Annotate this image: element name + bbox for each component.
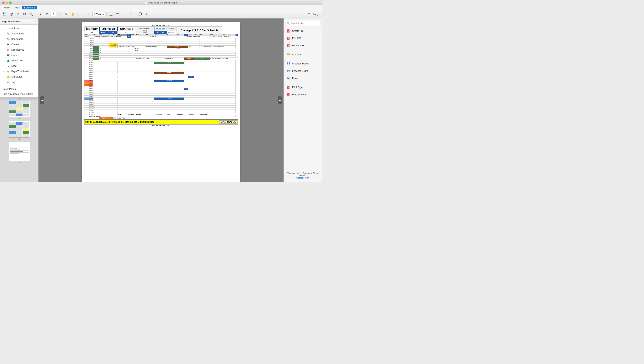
thumb-content-3	[9, 101, 30, 117]
fit-page-button[interactable]	[108, 11, 114, 17]
protect-tool[interactable]: Protect	[284, 75, 321, 82]
thumb-image-4	[9, 121, 30, 138]
window-title: 📄 2017 08 21 Sim Schedules.pdf	[145, 1, 177, 4]
menu-item-order[interactable]: ≡ Order	[0, 63, 38, 69]
fullscreen-button[interactable]: ⛶	[121, 11, 127, 17]
pdf-viewer[interactable]: ◀ email UNCLASSIFIED Monday 2017 08 21 C…	[38, 18, 284, 182]
svg-rect-11	[287, 64, 288, 65]
comment-tool[interactable]: Comment	[284, 51, 321, 58]
date-stamp: 18 Aug 2017 14:31	[219, 120, 237, 124]
destinations-icon: ⊞	[7, 48, 10, 51]
help-button[interactable]: ?	[306, 11, 312, 17]
order-icon: ≡	[7, 64, 10, 68]
separator-right-1	[285, 50, 320, 50]
time-open: OPEN	[84, 36, 93, 38]
menu-item-page-thumbnails[interactable]: ✓ ⊡ Page Thumbnails	[0, 69, 38, 74]
menu-item-bookmarks[interactable]: 🔖 Bookmarks	[0, 36, 38, 42]
svg-rect-5	[7, 54, 10, 55]
footer-text: You have a free Document Cloud account	[285, 172, 320, 176]
thumb-image-5	[9, 142, 30, 161]
search-button[interactable]: 🔍	[28, 11, 34, 17]
maximize-button[interactable]	[9, 2, 12, 4]
menu-item-model-tree[interactable]: 🌲 Model Tree	[0, 58, 38, 63]
menu-item-destinations[interactable]: ⊞ Destinations	[0, 47, 38, 52]
sticky-note: email	[109, 43, 117, 47]
zoom-select[interactable]: 77.5% 50% 75% 100% 125% 150%	[92, 12, 105, 16]
search-box[interactable]: 🔍	[285, 21, 320, 26]
right-footer: You have a free Document Cloud account U…	[284, 170, 322, 180]
thumbnail-page-4[interactable]: 4	[9, 121, 30, 140]
print-button[interactable]: 🖨	[15, 11, 21, 17]
panel-title: Page Thumbnails	[2, 20, 20, 23]
menu-document[interactable]: Document	[22, 6, 37, 10]
prepare-form-tool[interactable]: Prepare Form	[284, 91, 321, 98]
menu-item-signatures[interactable]: ✍ Signatures	[0, 74, 38, 80]
cursor-tool-button[interactable]: ↖	[63, 11, 69, 17]
next-page-button[interactable]: ▼	[44, 11, 50, 17]
prev-page-button[interactable]: ▲	[38, 11, 43, 17]
traffic-lights	[2, 2, 12, 4]
save-button[interactable]: 💾	[2, 11, 8, 17]
protect-icon	[286, 76, 291, 80]
search-icon: 🔍	[287, 22, 290, 25]
zoom-out-button[interactable]: −	[79, 11, 85, 17]
organize-pages-tool[interactable]: Organize Pages	[284, 60, 321, 67]
col-brf: BRF	[84, 34, 93, 36]
thumb-label-4: 4	[18, 138, 20, 140]
comment-button[interactable]: 💬	[137, 11, 143, 17]
create-pdf-tool[interactable]: Create PDF	[284, 27, 321, 35]
col-oc1: OC	[118, 34, 127, 36]
rotate-button[interactable]: ⟳	[128, 11, 134, 17]
page-left-arrow[interactable]: ◀	[40, 96, 44, 104]
svg-rect-2	[116, 14, 119, 15]
menu-item-tags[interactable]: 🏷 Tags	[0, 80, 38, 85]
comment-icon	[286, 52, 291, 57]
zoom-in-button[interactable]: +	[86, 11, 92, 17]
hide-nav-action[interactable]: Hide Navigation Pane Buttons	[0, 92, 38, 96]
menu-tools[interactable]: Tools	[12, 6, 22, 10]
search-tools-input[interactable]	[291, 22, 319, 24]
thumbnail-page-3[interactable]: 3	[9, 100, 30, 120]
edit-pdf-icon	[286, 36, 291, 40]
menu-item-layers[interactable]: Layers	[0, 52, 38, 58]
minimize-button[interactable]	[6, 2, 8, 4]
svg-rect-18	[288, 96, 288, 96]
hand-tool-button[interactable]: ✋	[70, 11, 76, 17]
col-brf2: BRF	[131, 34, 136, 36]
comment-label: Comment	[292, 53, 302, 56]
sci-brief: SCI BRIEF RMI MISSION or ACADEMICS BRI	[93, 36, 127, 38]
menubar: Home Tools Document	[0, 6, 322, 10]
page-number-input[interactable]	[50, 12, 57, 16]
page-right-arrow[interactable]: ▶	[278, 96, 282, 104]
panel-close-button[interactable]: ×	[35, 20, 37, 23]
ops-period: 10-HR OPS PERIOD 0800 1800	[136, 27, 154, 34]
tags-icon: 🏷	[7, 80, 10, 84]
reset-panes-action[interactable]: Reset Panes	[0, 86, 38, 92]
upload-button[interactable]	[8, 11, 14, 17]
menu-item-content[interactable]: ☰ Content	[0, 42, 38, 47]
svg-rect-10	[289, 62, 290, 64]
menu-item-articles[interactable]: 📄 Articles	[0, 26, 38, 31]
enhance-scans-tool[interactable]: Enhance Scans	[284, 67, 321, 75]
pdf-icon: 📄	[145, 1, 148, 4]
fit-width-button[interactable]	[115, 11, 120, 17]
panel-header: Page Thumbnails ×	[0, 18, 38, 25]
upgrade-now-link[interactable]: Upgrade Now	[285, 176, 320, 179]
col-dbf3: DBF	[210, 34, 222, 36]
model-tree-icon: 🌲	[7, 59, 10, 62]
thumbnail-page-5[interactable]: 5	[9, 142, 30, 164]
yak-header: YAK	[84, 31, 100, 34]
close-button[interactable]	[2, 2, 4, 4]
fill-sign-tool[interactable]: Fill & Sign	[284, 84, 321, 91]
col-brf3: BRF	[188, 34, 194, 36]
user-button[interactable]: Barry ▾	[313, 13, 320, 16]
separator5	[135, 12, 135, 16]
edit-pdf-tool[interactable]: Edit PDF	[284, 35, 321, 42]
menu-item-attachments[interactable]: 📎 Attachments	[0, 31, 38, 36]
menu-home[interactable]: Home	[2, 6, 12, 10]
svg-rect-3	[7, 56, 10, 56]
export-pdf-tool[interactable]: Export PDF	[284, 42, 321, 49]
mail-button[interactable]: ✉	[22, 11, 27, 17]
draw-button[interactable]: ✏	[144, 11, 150, 17]
sidebar: Page Thumbnails × 📄 Articles 📎 Attachmen…	[0, 18, 38, 182]
